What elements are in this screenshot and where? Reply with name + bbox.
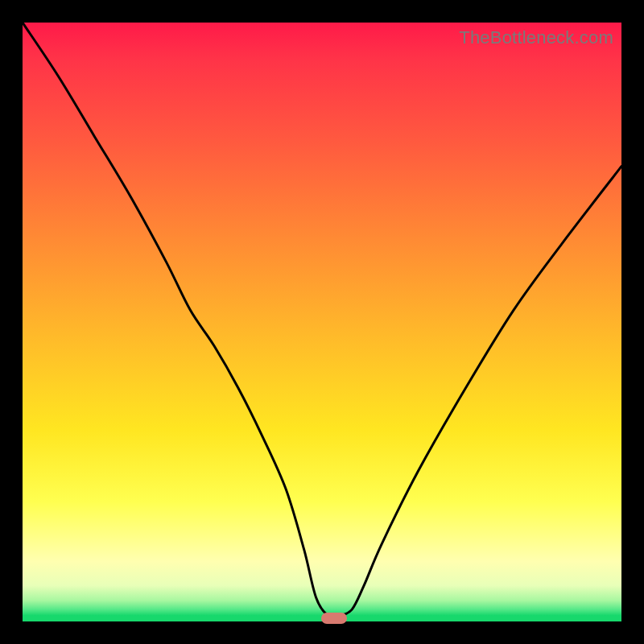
- bottleneck-curve: [23, 23, 621, 621]
- plot-area: TheBottleneck.com: [23, 23, 621, 621]
- chart-frame: TheBottleneck.com: [0, 0, 644, 644]
- curve-path: [23, 23, 621, 617]
- optimum-marker: [321, 613, 347, 624]
